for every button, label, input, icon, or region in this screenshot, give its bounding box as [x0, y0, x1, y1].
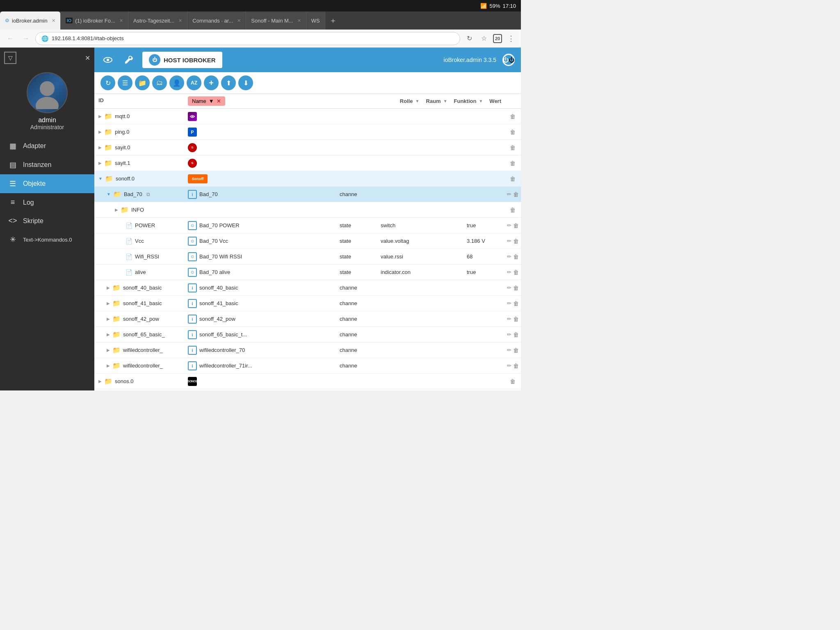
sidebar-item-adapter[interactable]: ▦ Adapter: [0, 137, 94, 155]
delete-button[interactable]: 🗑: [513, 347, 519, 354]
expand-arrow[interactable]: ▶: [98, 145, 102, 150]
tab-astro-close[interactable]: ✕: [178, 18, 182, 23]
url-bar[interactable]: 🌐 192.168.1.4:8081/#tab-objects: [35, 32, 460, 45]
tab-sonoff[interactable]: Sonoff - Main M... ✕: [246, 11, 306, 30]
name-filter[interactable]: Name ▼ ✕: [188, 96, 225, 106]
tab-ws[interactable]: WS: [306, 11, 325, 30]
power-button[interactable]: ⏻: [502, 54, 515, 66]
edit-button[interactable]: ✏: [507, 253, 511, 260]
delete-button[interactable]: 🗑: [510, 160, 516, 167]
col-funktion-header[interactable]: Funktion ▼: [451, 94, 486, 108]
refresh-button[interactable]: ↻: [100, 75, 115, 90]
list-view-button[interactable]: ☰: [118, 75, 132, 90]
edit-button[interactable]: ✏: [507, 347, 511, 353]
tab-commands[interactable]: Commands · ar... ✕: [187, 11, 246, 30]
tab-sonoff-close[interactable]: ✕: [297, 18, 301, 23]
cell-name-power: ⊙ Bad_70 POWER: [185, 219, 336, 233]
delete-button[interactable]: 🗑: [510, 144, 516, 151]
user-button[interactable]: 👤: [169, 75, 184, 90]
expand-arrow[interactable]: ▶: [107, 332, 110, 337]
folder-button[interactable]: 📁: [135, 75, 150, 90]
eye-button[interactable]: [100, 52, 115, 67]
back-button[interactable]: ←: [4, 32, 16, 45]
delete-button[interactable]: 🗑: [513, 363, 519, 369]
expand-arrow[interactable]: ▼: [98, 176, 103, 181]
expand-arrow[interactable]: ▶: [115, 208, 118, 212]
delete-button[interactable]: 🗑: [513, 316, 519, 322]
delete-button[interactable]: 🗑: [513, 269, 519, 276]
tab-iobroker-admin[interactable]: ⚙ ioBroker.admin ✕: [0, 11, 61, 30]
filter-clear-icon[interactable]: ✕: [217, 98, 221, 104]
table-row: ▶ 📁 ping.0 P 🗑: [94, 124, 521, 140]
delete-button[interactable]: 🗑: [513, 285, 519, 291]
copy-button[interactable]: ⧉: [146, 192, 150, 197]
expand-arrow[interactable]: ▶: [107, 301, 110, 306]
sidebar-item-text-kommandos[interactable]: ✳ Text->Kommandos.0: [0, 230, 94, 249]
edit-button[interactable]: ✏: [507, 238, 511, 244]
table-row-vcc: 📄 Vcc ⊙ Bad_70 Vcc state value.voltag 3.…: [94, 233, 521, 249]
cell-actions-sayit1: 🗑: [504, 158, 521, 169]
host-button[interactable]: ⏻ HOST IOBROKER: [142, 52, 222, 68]
delete-button[interactable]: 🗑: [513, 238, 519, 244]
sidebar-item-log[interactable]: ≡ Log: [0, 193, 94, 212]
edit-button[interactable]: ✏: [507, 285, 511, 291]
delete-button[interactable]: 🗑: [513, 191, 519, 198]
expand-arrow[interactable]: ▶: [107, 363, 110, 368]
expand-arrow[interactable]: ▶: [107, 317, 110, 321]
add-button[interactable]: +: [204, 75, 219, 90]
tab-close-icon[interactable]: ✕: [52, 18, 55, 23]
cell-raum-wifiled71: [377, 363, 418, 368]
sidebar-item-instanzen[interactable]: ▤ Instanzen: [0, 155, 94, 174]
edit-button[interactable]: ✏: [507, 300, 511, 306]
bookmark-button[interactable]: ☆: [478, 33, 490, 44]
table-row-wifiled70: ▶ 📁 wifiledcontroller_ i wifiledcontroll…: [94, 342, 521, 358]
expand-arrow[interactable]: ▶: [107, 285, 110, 290]
main-header: ⏻ HOST IOBROKER ioBroker.admin 3.3.5 ⏻: [94, 48, 521, 72]
tab-count[interactable]: 20: [493, 34, 502, 43]
delete-button[interactable]: 🗑: [510, 129, 516, 135]
reload-button[interactable]: ↻: [463, 33, 475, 44]
edit-button[interactable]: ✏: [507, 331, 511, 338]
expand-arrow[interactable]: ▶: [98, 114, 102, 119]
edit-button[interactable]: ✏: [507, 269, 511, 275]
col-raum-header[interactable]: Raum ▼: [423, 94, 451, 108]
delete-button[interactable]: 🗑: [510, 207, 516, 213]
col-rolle-header[interactable]: Rolle ▼: [397, 94, 423, 108]
tab-astro[interactable]: Astro-Tageszeit... ✕: [128, 11, 187, 30]
sidebar-menu-icon[interactable]: ▽: [4, 52, 16, 64]
folder-icon: 📁: [112, 362, 121, 370]
menu-button[interactable]: ⋮: [505, 33, 517, 44]
delete-button[interactable]: 🗑: [513, 331, 519, 338]
folder-alt-button[interactable]: 🗂: [152, 75, 167, 90]
delete-button[interactable]: 🗑: [510, 176, 516, 182]
edit-button[interactable]: ✏: [507, 191, 511, 197]
cell-raum-sonos: [377, 379, 418, 384]
edit-button[interactable]: ✏: [507, 222, 511, 228]
sidebar-item-objekte[interactable]: ☰ Objekte: [0, 174, 94, 193]
delete-button[interactable]: 🗑: [513, 222, 519, 229]
delete-button[interactable]: 🗑: [510, 113, 516, 120]
download-button[interactable]: ⬇: [238, 75, 253, 90]
new-tab-button[interactable]: ＋: [325, 11, 341, 30]
forward-button[interactable]: →: [20, 32, 32, 45]
expand-arrow[interactable]: ▶: [98, 161, 102, 165]
upload-button[interactable]: ⬆: [221, 75, 236, 90]
edit-button[interactable]: ✏: [507, 316, 511, 322]
tab-forum-close[interactable]: ✕: [119, 18, 123, 23]
delete-button[interactable]: 🗑: [513, 300, 519, 307]
az-button[interactable]: AZ: [187, 75, 201, 90]
delete-button[interactable]: 🗑: [513, 253, 519, 260]
sidebar-close-button[interactable]: ✕: [85, 54, 90, 62]
delete-button[interactable]: 🗑: [510, 378, 516, 385]
expand-arrow[interactable]: ▶: [98, 379, 102, 383]
expand-arrow[interactable]: ▶: [107, 348, 110, 352]
tab-iobroker-forum[interactable]: IO (1) ioBroker Fo... ✕: [61, 11, 128, 30]
expand-arrow[interactable]: ▼: [107, 192, 111, 196]
edit-button[interactable]: ✏: [507, 363, 511, 369]
tab-commands-close[interactable]: ✕: [237, 18, 241, 23]
state-badge: ⊙: [188, 252, 197, 261]
cell-wert-sonoff0: [463, 176, 504, 181]
sidebar-item-skripte[interactable]: <> Skripte: [0, 212, 94, 230]
wrench-button[interactable]: [121, 52, 136, 67]
expand-arrow[interactable]: ▶: [98, 130, 102, 134]
